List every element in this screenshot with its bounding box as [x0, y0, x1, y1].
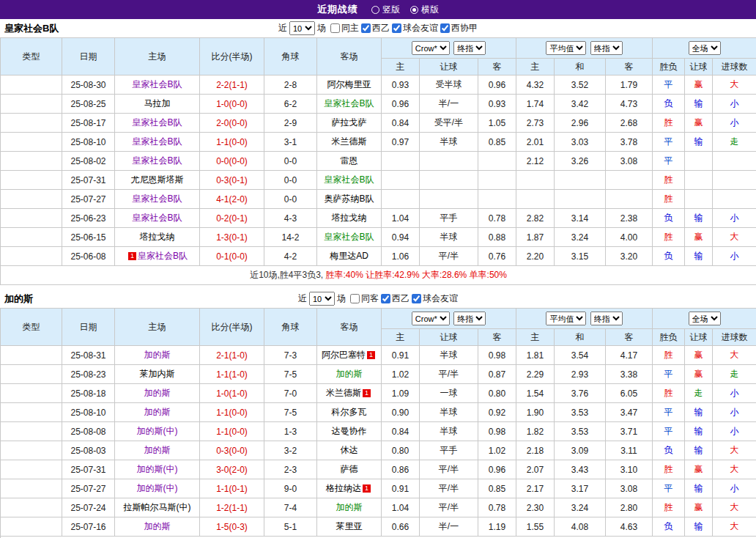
home-team[interactable]: 皇家社会B队: [115, 190, 200, 209]
filter-checkbox-label: 西乙: [372, 22, 390, 34]
home-team[interactable]: 加的斯(中): [115, 479, 200, 498]
home-team[interactable]: 拉斯帕尔马斯(中): [115, 498, 200, 517]
filter-checkbox[interactable]: [392, 23, 401, 33]
filter-checkbox[interactable]: [361, 23, 371, 33]
filter-checkbox[interactable]: [350, 294, 360, 303]
asian-odds-value: [420, 190, 478, 209]
home-team[interactable]: 尤尼恩斯塔斯: [115, 171, 200, 190]
asian-odds-value: 半球: [420, 133, 478, 152]
home-team[interactable]: 马拉加: [115, 95, 200, 114]
corner-count: 7-4: [264, 498, 317, 517]
home-team[interactable]: 加的斯(中): [115, 460, 200, 479]
away-team[interactable]: 皇家社会B队: [317, 171, 382, 190]
home-team[interactable]: 加的斯: [115, 517, 200, 537]
league-badge: 西乙: [1, 95, 62, 114]
match-count-select[interactable]: 10: [309, 292, 335, 306]
result-flag: 赢: [685, 498, 713, 517]
away-team[interactable]: 米兰德斯: [317, 133, 382, 152]
home-team[interactable]: 皇家社会B队: [115, 75, 200, 95]
match-date: 25-08-10: [62, 133, 115, 152]
away-team[interactable]: 梅里达AD: [317, 247, 382, 266]
away-team[interactable]: 奥萨苏纳B队: [317, 190, 382, 209]
away-team[interactable]: 塔拉戈纳: [317, 209, 382, 228]
away-team[interactable]: 阿尔巴塞特1: [317, 346, 382, 365]
filter-checkbox[interactable]: [440, 23, 450, 33]
asian-odds-value: 平手: [420, 441, 478, 460]
filter-checkbox-item[interactable]: 同客: [350, 292, 379, 305]
average-odds-value: 1.55: [516, 517, 555, 537]
result-flag: 走: [685, 384, 713, 403]
away-team[interactable]: 萨拉戈萨: [317, 114, 382, 133]
corner-count: 7-0: [264, 384, 317, 403]
away-team[interactable]: 皇家社会B队: [317, 95, 382, 114]
result-flag: 平: [653, 75, 685, 95]
home-team[interactable]: 莱加内斯: [115, 365, 200, 384]
home-team[interactable]: 加的斯(中): [115, 422, 200, 441]
filter-checkbox-label: 球会友谊: [403, 22, 438, 34]
away-team[interactable]: 米兰德斯1: [317, 384, 382, 403]
filter-checkbox[interactable]: [412, 294, 421, 303]
away-team[interactable]: 加的斯: [317, 498, 382, 517]
filter-checkbox-item[interactable]: 西乙: [381, 292, 410, 305]
home-team[interactable]: 加的斯: [115, 346, 200, 365]
corner-count: 9-0: [264, 479, 317, 498]
bookmaker-select[interactable]: Crow*: [412, 41, 450, 55]
subcol-avg-away: 客: [606, 59, 653, 75]
match-date: 25-08-10: [62, 403, 115, 422]
col-header-type: 类型: [1, 309, 62, 346]
away-team[interactable]: 格拉纳达1: [317, 479, 382, 498]
away-team[interactable]: 休达: [317, 441, 382, 460]
filter-checkbox[interactable]: [381, 294, 390, 303]
scope-select[interactable]: 全场: [689, 41, 721, 55]
filter-checkbox-item[interactable]: 西协甲: [440, 22, 478, 34]
match-count-select[interactable]: 10: [289, 21, 315, 35]
away-team[interactable]: 阿尔梅里亚: [317, 75, 382, 95]
layout-radio-option[interactable]: 横版: [410, 4, 439, 16]
home-team[interactable]: 加的斯: [115, 403, 200, 422]
result-flag: [685, 190, 713, 209]
filter-checkbox[interactable]: [330, 23, 340, 33]
away-team[interactable]: 雷恩: [317, 152, 382, 171]
result-flag: 胜: [653, 384, 685, 403]
match-score: 1-5(0-3): [200, 517, 264, 537]
corner-count: 5-1: [264, 517, 317, 537]
odds-stage-select-2[interactable]: 终指: [590, 41, 623, 55]
home-team[interactable]: 皇家社会B队: [115, 152, 200, 171]
average-odds-value: 2.29: [516, 365, 555, 384]
away-team[interactable]: 萨德: [317, 460, 382, 479]
corner-count: 7-3: [264, 346, 317, 365]
home-team[interactable]: 皇家社会B队: [115, 114, 200, 133]
away-team[interactable]: 加的斯: [317, 365, 382, 384]
odds-stage-select-1[interactable]: 终指: [453, 41, 486, 55]
home-team[interactable]: 塔拉戈纳: [115, 228, 200, 247]
home-team[interactable]: 加的斯: [115, 384, 200, 403]
match-score: 1-1(1-0): [200, 365, 264, 384]
league-badge: 西乙: [1, 114, 62, 133]
filter-checkbox-item[interactable]: 同主: [330, 22, 359, 34]
league-badge: 西乙: [1, 365, 62, 384]
odds-stage-select-1[interactable]: 终指: [453, 312, 486, 325]
home-team[interactable]: 1皇家社会B队: [115, 247, 200, 266]
average-odds-select[interactable]: 平均值: [546, 312, 586, 325]
filter-checkbox-item[interactable]: 西乙: [361, 22, 390, 34]
home-team[interactable]: 加的斯: [115, 441, 200, 460]
league-badge: 西乙: [1, 384, 62, 403]
home-team[interactable]: 皇家社会B队: [115, 209, 200, 228]
filter-checkbox-item[interactable]: 球会友谊: [392, 22, 438, 34]
home-team[interactable]: 皇家社会B队: [115, 133, 200, 152]
filter-checkbox-label: 西协甲: [451, 22, 478, 34]
average-odds-select[interactable]: 平均值: [546, 41, 586, 55]
odds-stage-select-2[interactable]: 终指: [590, 312, 623, 325]
away-team[interactable]: 达曼协作: [317, 422, 382, 441]
average-odds-value: 2.93: [555, 365, 606, 384]
col-header-date: 日期: [62, 309, 115, 346]
away-team[interactable]: 莱里亚: [317, 517, 382, 537]
layout-radio-option[interactable]: 竖版: [371, 4, 400, 16]
filter-checkbox-item[interactable]: 球会友谊: [412, 292, 458, 305]
league-badge: 球会友谊: [1, 422, 62, 441]
scope-select[interactable]: 全场: [689, 312, 721, 325]
result-flag: 输: [685, 95, 713, 114]
away-team[interactable]: 科尔多瓦: [317, 403, 382, 422]
away-team[interactable]: 皇家社会B队: [317, 228, 382, 247]
bookmaker-select[interactable]: Crow*: [412, 312, 450, 325]
